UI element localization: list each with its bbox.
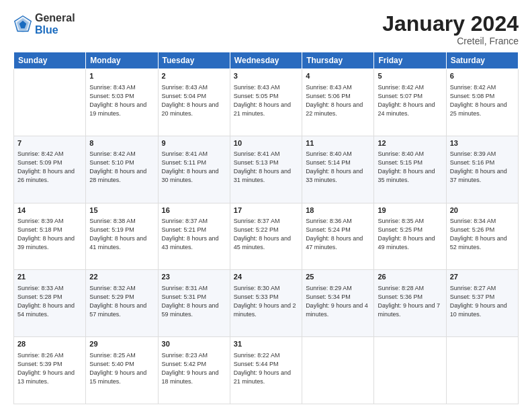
day-info: Sunrise: 8:40 AM Sunset: 5:14 PM Dayligh… <box>306 150 370 185</box>
day-info: Sunrise: 8:39 AM Sunset: 5:18 PM Dayligh… <box>17 217 82 252</box>
calendar-cell-w5-d3: 31Sunrise: 8:22 AM Sunset: 5:44 PM Dayli… <box>230 337 302 404</box>
day-info: Sunrise: 8:43 AM Sunset: 5:06 PM Dayligh… <box>306 83 370 118</box>
header-tuesday: Tuesday <box>158 52 230 69</box>
calendar-cell-w3-d1: 15Sunrise: 8:38 AM Sunset: 5:19 PM Dayli… <box>86 203 158 270</box>
day-info: Sunrise: 8:40 AM Sunset: 5:15 PM Dayligh… <box>378 150 442 185</box>
day-info: Sunrise: 8:25 AM Sunset: 5:40 PM Dayligh… <box>89 351 154 386</box>
day-number: 31 <box>234 339 298 349</box>
day-info: Sunrise: 8:32 AM Sunset: 5:29 PM Dayligh… <box>89 284 154 319</box>
calendar-cell-w2-d3: 10Sunrise: 8:41 AM Sunset: 5:13 PM Dayli… <box>230 136 302 203</box>
day-number: 17 <box>234 205 298 216</box>
calendar-cell-w5-d4 <box>302 337 374 404</box>
day-number: 1 <box>89 71 154 81</box>
day-number: 25 <box>306 272 370 282</box>
calendar-cell-w4-d6: 27Sunrise: 8:27 AM Sunset: 5:37 PM Dayli… <box>446 270 518 337</box>
day-number: 27 <box>450 272 515 282</box>
day-info: Sunrise: 8:41 AM Sunset: 5:11 PM Dayligh… <box>162 150 226 185</box>
day-number: 10 <box>234 138 298 148</box>
header-saturday: Saturday <box>446 52 518 69</box>
day-info: Sunrise: 8:41 AM Sunset: 5:13 PM Dayligh… <box>234 150 298 185</box>
week-row-2: 7Sunrise: 8:42 AM Sunset: 5:09 PM Daylig… <box>14 136 519 203</box>
day-number: 3 <box>234 71 298 81</box>
day-number: 6 <box>450 71 515 81</box>
calendar-cell-w3-d3: 17Sunrise: 8:37 AM Sunset: 5:22 PM Dayli… <box>230 203 302 270</box>
day-info: Sunrise: 8:42 AM Sunset: 5:10 PM Dayligh… <box>89 150 154 185</box>
calendar-cell-w5-d2: 30Sunrise: 8:23 AM Sunset: 5:42 PM Dayli… <box>158 337 230 404</box>
title-block: January 2024 Creteil, France <box>382 12 519 46</box>
day-number: 23 <box>162 272 226 282</box>
day-info: Sunrise: 8:37 AM Sunset: 5:21 PM Dayligh… <box>162 217 226 252</box>
day-number: 19 <box>378 205 442 216</box>
week-row-4: 21Sunrise: 8:33 AM Sunset: 5:28 PM Dayli… <box>14 270 519 337</box>
calendar-cell-w2-d6: 13Sunrise: 8:39 AM Sunset: 5:16 PM Dayli… <box>446 136 518 203</box>
day-info: Sunrise: 8:37 AM Sunset: 5:22 PM Dayligh… <box>234 217 298 252</box>
calendar-cell-w4-d0: 21Sunrise: 8:33 AM Sunset: 5:28 PM Dayli… <box>14 270 86 337</box>
day-number: 2 <box>162 71 226 81</box>
day-number: 5 <box>378 71 442 81</box>
week-row-1: 1Sunrise: 8:43 AM Sunset: 5:03 PM Daylig… <box>14 69 519 136</box>
calendar-cell-w2-d1: 8Sunrise: 8:42 AM Sunset: 5:10 PM Daylig… <box>86 136 158 203</box>
day-number: 22 <box>89 272 154 282</box>
day-info: Sunrise: 8:43 AM Sunset: 5:03 PM Dayligh… <box>89 83 154 118</box>
calendar-cell-w4-d3: 24Sunrise: 8:30 AM Sunset: 5:33 PM Dayli… <box>230 270 302 337</box>
calendar-cell-w3-d0: 14Sunrise: 8:39 AM Sunset: 5:18 PM Dayli… <box>14 203 86 270</box>
day-number: 28 <box>17 339 82 349</box>
calendar-cell-w5-d0: 28Sunrise: 8:26 AM Sunset: 5:39 PM Dayli… <box>14 337 86 404</box>
day-info: Sunrise: 8:42 AM Sunset: 5:09 PM Dayligh… <box>17 150 82 185</box>
calendar-cell-w1-d6: 6Sunrise: 8:42 AM Sunset: 5:08 PM Daylig… <box>446 69 518 136</box>
logo-text: General Blue <box>35 12 75 36</box>
day-number: 21 <box>17 272 82 282</box>
calendar-cell-w2-d5: 12Sunrise: 8:40 AM Sunset: 5:15 PM Dayli… <box>374 136 446 203</box>
day-info: Sunrise: 8:31 AM Sunset: 5:31 PM Dayligh… <box>162 284 226 319</box>
day-info: Sunrise: 8:43 AM Sunset: 5:04 PM Dayligh… <box>162 83 226 118</box>
calendar-cell-w1-d4: 4Sunrise: 8:43 AM Sunset: 5:06 PM Daylig… <box>302 69 374 136</box>
day-info: Sunrise: 8:43 AM Sunset: 5:05 PM Dayligh… <box>234 83 298 118</box>
day-number: 8 <box>89 138 154 148</box>
calendar-cell-w1-d3: 3Sunrise: 8:43 AM Sunset: 5:05 PM Daylig… <box>230 69 302 136</box>
day-number: 9 <box>162 138 226 148</box>
calendar-cell-w3-d2: 16Sunrise: 8:37 AM Sunset: 5:21 PM Dayli… <box>158 203 230 270</box>
location-subtitle: Creteil, France <box>382 36 519 46</box>
day-info: Sunrise: 8:29 AM Sunset: 5:34 PM Dayligh… <box>306 284 370 319</box>
calendar-cell-w4-d2: 23Sunrise: 8:31 AM Sunset: 5:31 PM Dayli… <box>158 270 230 337</box>
calendar-cell-w3-d6: 20Sunrise: 8:34 AM Sunset: 5:26 PM Dayli… <box>446 203 518 270</box>
day-number: 29 <box>89 339 154 349</box>
day-info: Sunrise: 8:33 AM Sunset: 5:28 PM Dayligh… <box>17 284 82 319</box>
day-info: Sunrise: 8:42 AM Sunset: 5:08 PM Dayligh… <box>450 83 515 118</box>
calendar-cell-w1-d2: 2Sunrise: 8:43 AM Sunset: 5:04 PM Daylig… <box>158 69 230 136</box>
day-info: Sunrise: 8:35 AM Sunset: 5:25 PM Dayligh… <box>378 217 442 252</box>
day-info: Sunrise: 8:27 AM Sunset: 5:37 PM Dayligh… <box>450 284 515 319</box>
day-number: 13 <box>450 138 515 148</box>
weekday-header-row: Sunday Monday Tuesday Wednesday Thursday… <box>14 52 519 69</box>
day-info: Sunrise: 8:28 AM Sunset: 5:36 PM Dayligh… <box>378 284 442 319</box>
calendar-cell-w4-d1: 22Sunrise: 8:32 AM Sunset: 5:29 PM Dayli… <box>86 270 158 337</box>
calendar-cell-w4-d4: 25Sunrise: 8:29 AM Sunset: 5:34 PM Dayli… <box>302 270 374 337</box>
day-info: Sunrise: 8:36 AM Sunset: 5:24 PM Dayligh… <box>306 217 370 252</box>
day-info: Sunrise: 8:39 AM Sunset: 5:16 PM Dayligh… <box>450 150 515 185</box>
day-info: Sunrise: 8:30 AM Sunset: 5:33 PM Dayligh… <box>234 284 298 319</box>
logo-icon <box>13 15 32 34</box>
calendar-cell-w5-d5 <box>374 337 446 404</box>
day-info: Sunrise: 8:22 AM Sunset: 5:44 PM Dayligh… <box>234 351 298 386</box>
calendar-cell-w5-d6 <box>446 337 518 404</box>
logo-general-text: General <box>35 12 75 24</box>
calendar-cell-w2-d2: 9Sunrise: 8:41 AM Sunset: 5:11 PM Daylig… <box>158 136 230 203</box>
day-info: Sunrise: 8:42 AM Sunset: 5:07 PM Dayligh… <box>378 83 442 118</box>
day-number: 30 <box>162 339 226 349</box>
day-number: 14 <box>17 205 82 216</box>
calendar-cell-w3-d4: 18Sunrise: 8:36 AM Sunset: 5:24 PM Dayli… <box>302 203 374 270</box>
day-number: 16 <box>162 205 226 216</box>
day-number: 4 <box>306 71 370 81</box>
header-monday: Monday <box>86 52 158 69</box>
month-title: January 2024 <box>382 12 519 36</box>
calendar-cell-w4-d5: 26Sunrise: 8:28 AM Sunset: 5:36 PM Dayli… <box>374 270 446 337</box>
logo-blue-text: Blue <box>35 24 75 36</box>
calendar-cell-w1-d1: 1Sunrise: 8:43 AM Sunset: 5:03 PM Daylig… <box>86 69 158 136</box>
calendar-cell-w2-d4: 11Sunrise: 8:40 AM Sunset: 5:14 PM Dayli… <box>302 136 374 203</box>
header-wednesday: Wednesday <box>230 52 302 69</box>
day-number: 18 <box>306 205 370 216</box>
logo: General Blue <box>13 12 75 36</box>
day-info: Sunrise: 8:38 AM Sunset: 5:19 PM Dayligh… <box>89 217 154 252</box>
calendar-cell-w5-d1: 29Sunrise: 8:25 AM Sunset: 5:40 PM Dayli… <box>86 337 158 404</box>
header-sunday: Sunday <box>14 52 86 69</box>
